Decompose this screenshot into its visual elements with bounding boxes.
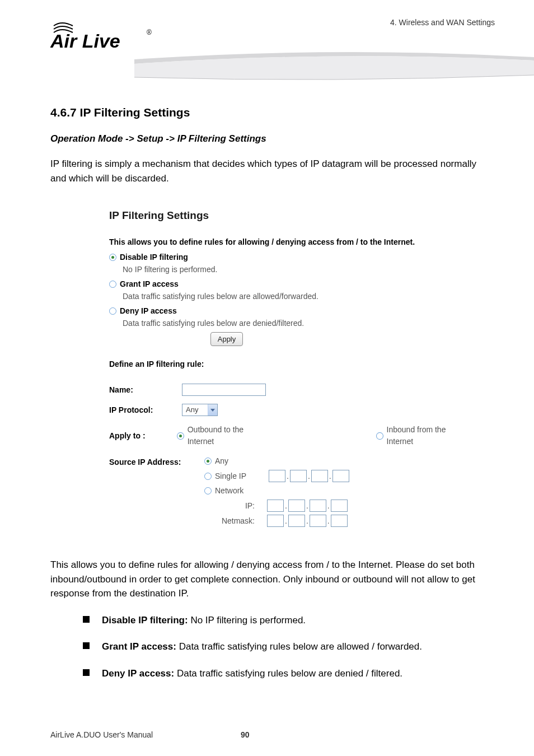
chapter-label: 4. Wireless and WAN Settings bbox=[390, 17, 495, 27]
ui-title: IP Filtering Settings bbox=[109, 208, 469, 224]
src-any-label: Any bbox=[215, 455, 228, 467]
inbound-label: Inbound from the Internet bbox=[387, 424, 469, 447]
network-netmask-label: Netmask: bbox=[216, 515, 260, 527]
opt-grant-desc: Data traffic satisfying rules below are … bbox=[123, 291, 469, 302]
footer-manual-name: AirLive A.DUO User's Manual bbox=[50, 730, 153, 739]
src-network-label: Network bbox=[215, 485, 243, 497]
protocol-select-value: Any bbox=[186, 404, 198, 416]
svg-text:®: ® bbox=[147, 29, 152, 36]
ui-screenshot: IP Filtering Settings This allows you to… bbox=[71, 208, 474, 530]
radio-src-single[interactable] bbox=[204, 473, 212, 480]
opt-deny-label: Deny IP access bbox=[120, 305, 177, 317]
radio-deny-ip-access[interactable] bbox=[109, 307, 116, 315]
bullet-disable: Disable IP filtering: No IP filtering is… bbox=[102, 613, 495, 628]
define-rule-label: Define an IP filtering rule: bbox=[109, 358, 469, 370]
network-ip-input[interactable]: . . . bbox=[267, 500, 348, 512]
chevron-down-icon bbox=[208, 404, 217, 416]
footer-page-number: 90 bbox=[241, 730, 250, 739]
ui-intro-text: This allows you to define rules for allo… bbox=[109, 236, 469, 248]
bullet-deny: Deny IP access: Data traffic satisfying … bbox=[102, 666, 495, 681]
src-single-label: Single IP bbox=[215, 470, 259, 482]
square-bullet-icon bbox=[83, 669, 90, 676]
single-ip-input[interactable]: . . . bbox=[269, 470, 349, 482]
source-ip-label: Source IP Address: bbox=[109, 455, 204, 468]
network-ip-label: IP: bbox=[216, 500, 260, 512]
outbound-label: Outbound to the Internet bbox=[188, 424, 266, 447]
opt-deny-desc: Data traffic satisfying rules below are … bbox=[123, 318, 469, 329]
applyto-label: Apply to : bbox=[109, 430, 177, 442]
radio-disable-ip-filtering[interactable] bbox=[109, 254, 116, 261]
svg-text:Air Live: Air Live bbox=[50, 30, 120, 52]
bullet-grant: Grant IP access: Data traffic satisfying… bbox=[102, 640, 495, 654]
section-heading: 4.6.7 IP Filtering Settings bbox=[50, 104, 495, 122]
radio-grant-ip-access[interactable] bbox=[109, 281, 116, 288]
radio-inbound[interactable] bbox=[376, 432, 383, 440]
name-input[interactable] bbox=[182, 384, 266, 396]
post-paragraph: This allows you to define rules for allo… bbox=[50, 558, 495, 601]
radio-outbound[interactable] bbox=[177, 432, 184, 440]
square-bullet-icon bbox=[83, 642, 90, 649]
name-label: Name: bbox=[109, 384, 182, 396]
apply-button[interactable]: Apply bbox=[210, 332, 243, 347]
square-bullet-icon bbox=[83, 616, 90, 623]
opt-grant-label: Grant IP access bbox=[120, 278, 179, 290]
radio-src-network[interactable] bbox=[204, 487, 212, 494]
opt-disable-label: Disable IP filtering bbox=[120, 251, 188, 263]
radio-src-any[interactable] bbox=[204, 458, 212, 465]
section-intro: IP filtering is simply a mechanism that … bbox=[50, 157, 495, 185]
network-netmask-input[interactable]: . . . bbox=[267, 515, 348, 527]
brand-logo: Air Live ® bbox=[50, 17, 162, 53]
opt-disable-desc: No IP filtering is performed. bbox=[123, 264, 469, 276]
breadcrumb: Operation Mode -> Setup -> IP Filtering … bbox=[50, 132, 495, 146]
header-swoosh bbox=[134, 49, 534, 83]
protocol-label: IP Protocol: bbox=[109, 404, 182, 416]
protocol-select[interactable]: Any bbox=[182, 404, 218, 416]
